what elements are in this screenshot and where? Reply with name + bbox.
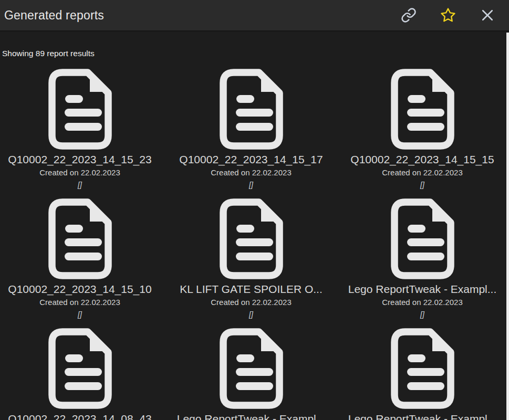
document-icon: [390, 69, 455, 150]
report-title: Q10002_22_2023_14_15_10: [8, 282, 151, 296]
document-icon: [48, 198, 112, 279]
report-created-date: Created on 22.02.2023: [39, 297, 120, 308]
header-icon-group: [401, 7, 495, 23]
report-title: Q10002_22_2023_14_15_23: [8, 153, 151, 166]
report-meta: []: [249, 310, 253, 319]
report-card[interactable]: Q10002_22_2023_14_15_23 Created on 22.02…: [0, 69, 165, 198]
document-icon: [219, 69, 284, 150]
report-created-date: Created on 22.02.2023: [39, 167, 120, 178]
generated-reports-dialog: Generated reports Showing 89 report resu…: [0, 0, 509, 420]
report-meta: []: [420, 310, 424, 319]
report-title: Lego ReportTweak - Exampl...: [177, 412, 325, 420]
report-grid: Q10002_22_2023_14_15_23 Created on 22.02…: [0, 69, 509, 420]
results-count-text: Showing 89 report results: [2, 49, 509, 58]
report-card[interactable]: KL LIFT GATE SPOILER O... Created on 22.…: [165, 198, 337, 328]
document-icon: [390, 198, 455, 279]
report-meta: []: [78, 180, 82, 190]
report-title: KL LIFT GATE SPOILER O...: [180, 282, 323, 296]
link-icon[interactable]: [401, 7, 417, 23]
star-icon[interactable]: [440, 7, 456, 23]
report-title: Q10002_22_2023_14_15_17: [179, 153, 323, 166]
report-created-date: Created on 22.02.2023: [382, 167, 462, 178]
report-title: Lego ReportTweak - Exampl...: [348, 282, 496, 296]
document-icon: [219, 328, 284, 409]
close-icon[interactable]: [480, 7, 495, 23]
document-icon: [219, 198, 284, 279]
report-meta: []: [420, 180, 424, 190]
dialog-title: Generated reports: [4, 8, 401, 23]
document-icon: [390, 328, 455, 409]
dialog-header: Generated reports: [0, 0, 509, 32]
report-card[interactable]: Q10002_22_2023_14_15_10 Created on 22.02…: [0, 198, 165, 328]
report-title: Q10002_22_2023_14_08_43: [8, 412, 151, 420]
report-card[interactable]: Q10002_22_2023_14_15_15 Created on 22.02…: [337, 69, 508, 198]
report-card[interactable]: Lego ReportTweak - Exampl... Created on …: [337, 198, 508, 328]
report-created-date: Created on 22.02.2023: [211, 167, 291, 178]
report-card[interactable]: Q10002_22_2023_14_08_43 Created on 22.02…: [0, 328, 165, 420]
scrollbar[interactable]: [506, 33, 509, 420]
report-card[interactable]: Lego ReportTweak - Exampl... Created on …: [165, 328, 337, 420]
report-title: Lego ReportTweak - Exampl...: [348, 412, 496, 420]
report-card[interactable]: Lego ReportTweak - Exampl... Created on …: [337, 328, 508, 420]
report-meta: []: [78, 310, 82, 319]
report-title: Q10002_22_2023_14_15_15: [350, 153, 494, 166]
report-created-date: Created on 22.02.2023: [382, 297, 462, 308]
document-icon: [48, 69, 112, 150]
report-card[interactable]: Q10002_22_2023_14_15_17 Created on 22.02…: [165, 69, 337, 198]
document-icon: [48, 328, 112, 409]
report-created-date: Created on 22.02.2023: [211, 297, 291, 308]
report-meta: []: [249, 180, 253, 190]
